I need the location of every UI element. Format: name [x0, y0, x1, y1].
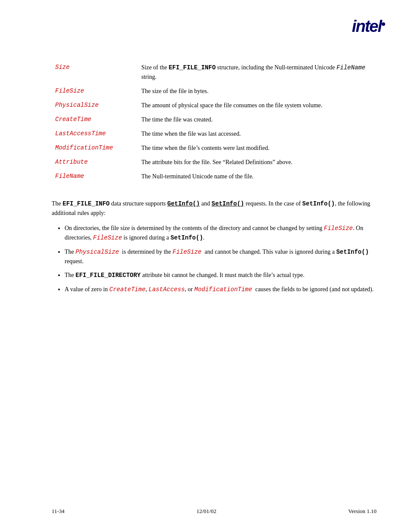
term-attribute: Attribute [52, 155, 138, 169]
body-section: The EFI_FILE_INFO data structure support… [52, 199, 377, 294]
desc-filename: The Null-terminated Unicode name of the … [138, 169, 377, 184]
list-item: A value of zero in CreateTime, LastAcces… [65, 285, 377, 294]
term-filesize: FileSize [52, 84, 138, 98]
footer-page: 11-34 [52, 508, 65, 515]
footer-date: 12/01/02 [196, 508, 216, 515]
table-row: ModificationTime The time when the file’… [52, 141, 377, 155]
desc-filesize: The size of the file in bytes. [138, 84, 377, 98]
definition-table: Size Size of the EFI_FILE_INFO structure… [52, 60, 377, 184]
term-filename: FileName [52, 169, 138, 184]
desc-size: Size of the EFI_FILE_INFO structure, inc… [138, 60, 377, 84]
table-row: PhysicalSize The amount of physical spac… [52, 98, 377, 112]
desc-physicalsize: The amount of physical space the file co… [138, 98, 377, 112]
term-physicalsize: PhysicalSize [52, 98, 138, 112]
footer-version: Version 1.10 [348, 508, 377, 515]
desc-modificationtime: The time when the file’s contents were l… [138, 141, 377, 155]
table-row: LastAccessTime The time when the file wa… [52, 127, 377, 141]
term-lastaccesstime: LastAccessTime [52, 127, 138, 141]
bullet-list: On directories, the file size is determi… [65, 224, 377, 294]
table-row: FileSize The size of the file in bytes. [52, 84, 377, 98]
desc-createtime: The time the file was created. [138, 112, 377, 127]
table-row: Attribute The attribute bits for the fil… [52, 155, 377, 169]
footer: 11-34 12/01/02 Version 1.10 [52, 508, 377, 515]
body-paragraph: The EFI_FILE_INFO data structure support… [52, 199, 377, 218]
desc-lastaccesstime: The time when the file was last accessed… [138, 127, 377, 141]
page: intel Size Size of the EFI_FILE_INFO str… [0, 0, 411, 532]
desc-attribute: The attribute bits for the file. See “Re… [138, 155, 377, 169]
table-row: FileName The Null-terminated Unicode nam… [52, 169, 377, 184]
table-row: CreateTime The time the file was created… [52, 112, 377, 127]
table-row: Size Size of the EFI_FILE_INFO structure… [52, 60, 377, 84]
term-size: Size [52, 60, 138, 84]
list-item: The EFI_FILE_DIRECTORY attribute bit can… [65, 271, 377, 280]
list-item: The PhysicalSize is determined by the Fi… [65, 247, 377, 267]
term-createtime: CreateTime [52, 112, 138, 127]
list-item: On directories, the file size is determi… [65, 224, 377, 243]
term-modificationtime: ModificationTime [52, 141, 138, 155]
intel-logo: intel [352, 17, 385, 36]
